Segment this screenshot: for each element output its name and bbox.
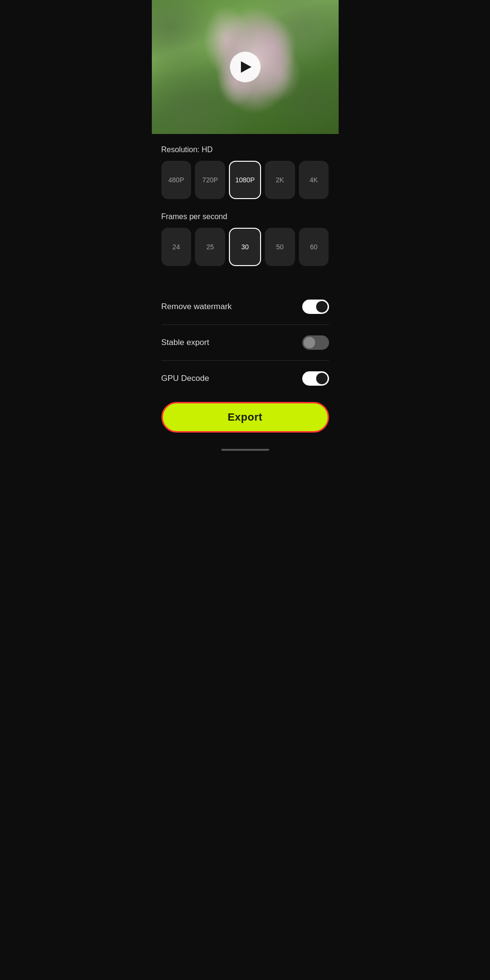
resolution-2k[interactable]: 2K: [265, 161, 295, 199]
gpu-decode-knob: [316, 373, 328, 384]
remove-watermark-row: Remove watermark: [161, 291, 329, 323]
stable-export-toggle[interactable]: [302, 335, 329, 350]
gpu-decode-row: GPU Decode: [161, 363, 329, 394]
fps-50[interactable]: 50: [265, 228, 295, 266]
divider-1: [161, 324, 329, 325]
remove-watermark-knob: [316, 301, 328, 312]
play-button[interactable]: [230, 52, 261, 82]
fps-25[interactable]: 25: [195, 228, 225, 266]
remove-watermark-toggle[interactable]: [302, 300, 329, 314]
resolution-4k[interactable]: 4K: [299, 161, 329, 199]
export-button[interactable]: Export: [161, 402, 329, 433]
resolution-label: Resolution: HD: [161, 145, 329, 154]
resolution-options: 480P 720P 1080P 2K 4K: [161, 161, 329, 199]
fps-30[interactable]: 30: [229, 228, 261, 266]
export-section: Export: [152, 394, 339, 444]
divider-2: [161, 360, 329, 361]
resolution-1080p[interactable]: 1080P: [229, 161, 261, 199]
resolution-section: Resolution: HD 480P 720P 1080P 2K 4K Fra…: [152, 134, 339, 291]
fps-options: 24 25 30 50 60: [161, 228, 329, 266]
video-preview[interactable]: [152, 0, 339, 134]
home-bar: [221, 449, 269, 451]
remove-watermark-label: Remove watermark: [161, 302, 232, 312]
resolution-720p[interactable]: 720P: [195, 161, 225, 199]
fps-60[interactable]: 60: [299, 228, 329, 266]
stable-export-knob: [304, 337, 315, 348]
stable-export-label: Stable export: [161, 338, 209, 347]
resolution-480p[interactable]: 480P: [161, 161, 192, 199]
fps-24[interactable]: 24: [161, 228, 192, 266]
home-indicator: [152, 444, 339, 454]
stable-export-row: Stable export: [161, 327, 329, 358]
fps-label: Frames per second: [161, 212, 329, 221]
gpu-decode-toggle[interactable]: [302, 371, 329, 386]
toggles-section: Remove watermark Stable export GPU Decod…: [152, 291, 339, 394]
gpu-decode-label: GPU Decode: [161, 374, 209, 383]
